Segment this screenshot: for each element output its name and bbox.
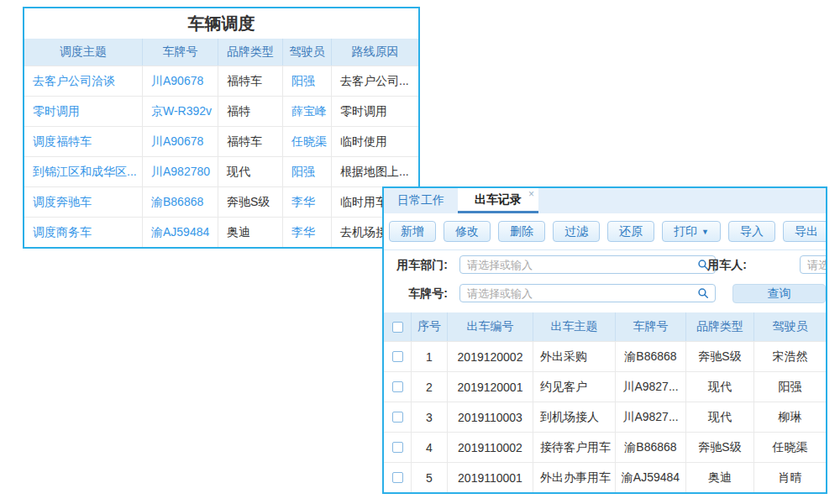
plate-link[interactable]: 川A90678 [143,127,218,156]
column-header-driver: 驾驶员 [754,312,826,341]
tab-trip-records[interactable]: 出车记录 × [458,188,538,213]
query-button[interactable]: 查询 [732,284,826,303]
user-input[interactable] [800,255,827,274]
plate-link[interactable]: 京W-R392v [143,97,218,126]
table-row: 调度奔驰车 渝B86868 奔驰S级 李华 临时用车 [24,186,418,217]
delete-button[interactable]: 删除 [498,221,545,242]
print-button-label: 打印 [674,224,697,239]
row-checkbox[interactable] [392,442,403,453]
search-icon[interactable] [697,287,709,299]
plate-link[interactable]: 川A9827... [616,372,686,402]
driver-link[interactable]: 任晓渠 [754,433,826,462]
vehicle-dispatch-panel: 车辆调度 调度主题 车牌号 品牌类型 驾驶员 路线原因 去客户公司洽谈 川A90… [23,7,420,249]
trip-code-link[interactable]: 2019120001 [448,372,533,402]
no-cell: 1 [412,342,448,371]
dept-label: 用车部门: [384,255,448,274]
dispatch-subject-link[interactable]: 去客户公司洽谈 [24,66,143,96]
row-checkbox[interactable] [392,381,403,392]
dispatch-subject-link[interactable]: 到锦江区和成华区... [24,157,143,186]
table-row: 4 2019110002 接待客户用车 渝B86868 奔驰S级 任晓渠 [384,432,826,462]
caret-down-icon: ▼ [701,228,709,236]
plate-link[interactable]: 川A9827... [616,402,686,432]
column-header-no: 序号 [412,312,448,341]
trip-subject-link[interactable]: 外出采购 [533,342,616,371]
no-cell: 5 [412,463,448,492]
tab-daily-work[interactable]: 日常工作 [384,188,458,213]
dispatch-subject-link[interactable]: 调度商务车 [24,218,143,247]
no-cell: 3 [412,402,448,432]
trip-subject-link[interactable]: 外出办事用车 [533,463,616,492]
trip-code-link[interactable]: 2019110003 [448,402,533,432]
brand-cell: 现代 [218,157,283,186]
restore-button[interactable]: 还原 [607,221,654,242]
column-header-brand: 品牌类型 [686,312,754,341]
trip-code-link[interactable]: 2019110001 [448,463,533,492]
dispatch-subject-link[interactable]: 调度奔驰车 [24,187,143,217]
no-cell: 2 [412,372,448,402]
edit-button[interactable]: 修改 [444,221,491,242]
brand-cell: 奔驰S级 [686,342,754,371]
print-button[interactable]: 打印 ▼ [662,221,721,242]
user-label: 用车人: [696,255,747,274]
close-icon[interactable]: × [528,189,534,199]
table-row: 2 2019120001 约见客户 川A9827... 现代 阳强 [384,371,826,402]
driver-link[interactable]: 阳强 [754,372,826,402]
plate-link[interactable]: 渝B86868 [616,342,686,371]
reason-cell: 根据地图上... [332,157,418,186]
checkbox-cell [384,433,412,462]
brand-cell: 福特车 [218,66,283,96]
plate-link[interactable]: 渝AJ59484 [143,218,218,247]
select-all-checkbox[interactable] [392,322,403,333]
brand-cell: 福特 [218,97,283,126]
driver-link[interactable]: 肖晴 [754,463,826,492]
dispatch-subject-link[interactable]: 调度福特车 [24,127,143,156]
checkbox-cell [384,342,412,371]
table-row: 调度商务车 渝AJ59484 奥迪 李华 去机场接 [24,217,418,247]
driver-link[interactable]: 柳琳 [754,402,826,432]
plate-link[interactable]: 川A90678 [143,66,218,96]
column-header-subject: 出车主题 [533,312,616,341]
driver-link[interactable]: 李华 [283,187,332,217]
trip-records-table: 序号 出车编号 出车主题 车牌号 品牌类型 驾驶员 1 2019120002 外… [384,312,826,492]
plate-link[interactable]: 渝B86868 [143,187,218,217]
trip-subject-link[interactable]: 约见客户 [533,372,616,402]
reason-cell: 去客户公司... [332,66,418,96]
trip-subject-link[interactable]: 接待客户用车 [533,433,616,462]
driver-link[interactable]: 阳强 [283,66,332,96]
row-checkbox[interactable] [392,412,403,423]
column-header-driver: 驾驶员 [283,39,332,66]
row-checkbox[interactable] [392,351,403,362]
dispatch-table-header: 调度主题 车牌号 品牌类型 驾驶员 路线原因 [24,39,418,66]
plate-input[interactable] [459,284,716,302]
table-row: 5 2019110001 外出办事用车 渝AJ59484 奥迪 肖晴 [384,462,826,492]
plate-link[interactable]: 渝B86868 [616,433,686,462]
reason-cell: 临时使用 [332,127,418,156]
dispatch-panel-title: 车辆调度 [24,8,418,39]
row-checkbox[interactable] [392,472,403,483]
records-table-header: 序号 出车编号 出车主题 车牌号 品牌类型 驾驶员 [384,312,826,341]
trip-code-link[interactable]: 2019120002 [448,342,533,371]
filter-button[interactable]: 过滤 [553,221,600,242]
export-button[interactable]: 导出 [783,221,827,242]
driver-link[interactable]: 李华 [283,218,332,247]
driver-link[interactable]: 薛宝峰 [283,97,332,126]
no-cell: 4 [412,433,448,462]
trip-subject-link[interactable]: 到机场接人 [533,402,616,432]
column-header-plate: 车牌号 [143,39,218,66]
select-all-cell [384,312,412,341]
plate-link[interactable]: 川A982780 [143,157,218,186]
plate-label: 车牌号: [384,284,448,302]
table-row: 3 2019110003 到机场接人 川A9827... 现代 柳琳 [384,402,826,432]
trip-code-link[interactable]: 2019110002 [448,433,533,462]
driver-link[interactable]: 阳强 [283,157,332,186]
plate-link[interactable]: 渝AJ59484 [616,463,686,492]
import-button[interactable]: 导入 [728,221,775,242]
dept-input[interactable] [459,255,716,274]
add-button[interactable]: 新增 [389,221,436,242]
checkbox-cell [384,463,412,492]
tab-bar: 日常工作 出车记录 × [384,188,826,213]
dispatch-subject-link[interactable]: 零时调用 [24,97,143,126]
driver-link[interactable]: 宋浩然 [754,342,826,371]
tab-trip-records-label: 出车记录 [475,192,522,207]
driver-link[interactable]: 任晓渠 [283,127,332,156]
